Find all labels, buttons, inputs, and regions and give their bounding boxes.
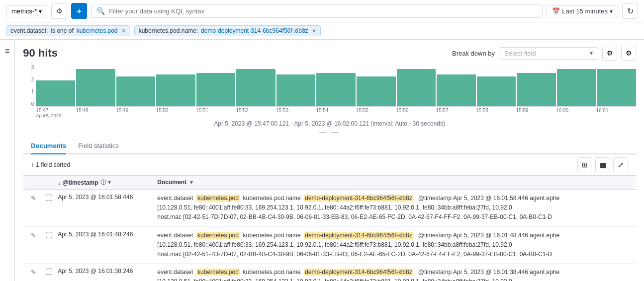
breakdown-area: Break down by Select field ▾ ⚙ ⚙: [452, 46, 636, 61]
calendar-icon: 📅: [552, 7, 560, 15]
th-timestamp[interactable]: ↓ @timestamp ⓘ ▾: [58, 179, 157, 186]
bar-14: [597, 69, 636, 106]
sort-info: ↑ 1 field sorted: [31, 161, 573, 168]
breakdown-select[interactable]: Select field ▾: [499, 47, 598, 60]
chart-divider: — —: [23, 128, 636, 136]
y-label-2: 2: [23, 77, 34, 82]
chevron-down-icon: ▾: [108, 179, 111, 186]
refresh-icon: ↻: [627, 6, 634, 16]
x-label-6: 15:53: [276, 108, 316, 118]
sort-label: 1 field sorted: [36, 161, 70, 168]
add-button[interactable]: [71, 3, 87, 19]
row-timestamp-1: Apr 5, 2023 @ 16:01:48.246: [58, 231, 157, 238]
tab-field-statistics[interactable]: Field statistics: [78, 138, 119, 154]
table-icon-buttons: ⊞ ▦ ⤢: [577, 157, 628, 172]
info-icon: ⓘ: [100, 179, 106, 186]
x-label-4: 15:51: [196, 108, 236, 118]
x-label-11: 15:58: [476, 108, 516, 118]
toolbar: metrics-* ⚙ 🔍 📅 Last 15 minutes ↻: [0, 0, 644, 22]
time-picker-label: Last 15 minutes: [562, 7, 608, 15]
table-header: ↓ @timestamp ⓘ ▾ Document ▾: [23, 176, 636, 190]
filter-field-2: kubernetes.pod.name:: [139, 27, 198, 34]
x-label-8: 15:55: [356, 108, 396, 118]
fullscreen-icon: ⤢: [618, 161, 624, 169]
chart-settings-icon[interactable]: ⚙: [602, 46, 617, 61]
chevron-down-icon: [610, 7, 613, 15]
filter-close-2[interactable]: ×: [312, 27, 316, 34]
row-check-0[interactable]: [46, 194, 58, 203]
row-check-2[interactable]: [46, 268, 58, 277]
sort-down-icon: ↓: [58, 180, 61, 186]
gear-icon: ⚙: [626, 49, 632, 57]
x-label-12: 15:59: [516, 108, 556, 118]
chart-interval-label: Apr 5, 2023 @ 15:47:00.121 - Apr 5, 2023…: [23, 120, 636, 127]
row-expand-2[interactable]: ✎: [31, 268, 46, 276]
settings-icon: ⚙: [607, 49, 613, 57]
filter-button[interactable]: ⚙: [51, 3, 67, 19]
bar-7: [316, 73, 356, 107]
time-picker[interactable]: 📅 Last 15 minutes: [547, 5, 618, 17]
y-label-0: 0: [23, 101, 34, 107]
columns-icon: ⊞: [582, 161, 588, 169]
search-bar[interactable]: 🔍: [91, 4, 543, 18]
row-timestamp-0: Apr 5, 2023 @ 16:01:58.446: [58, 194, 157, 201]
th-check: [46, 179, 58, 186]
sort-icon: ↑: [31, 161, 34, 168]
timestamp-col-label: @timestamp: [63, 179, 98, 186]
table-view-button[interactable]: ▦: [595, 157, 610, 172]
bar-3: [156, 74, 195, 106]
tab-documents[interactable]: Documents: [31, 138, 66, 154]
row-checkbox-0[interactable]: [46, 195, 52, 201]
breakdown-placeholder: Select field: [504, 50, 590, 57]
filter-op-1: is one of: [51, 27, 73, 34]
x-label-0: 15:47April 5, 2023: [36, 108, 76, 118]
collapse-icon[interactable]: ≡: [5, 47, 9, 56]
bar-1: [76, 69, 115, 106]
filter-field-1: event.dataset:: [10, 27, 48, 34]
hits-label: hits: [38, 47, 58, 60]
row-timestamp-2: Apr 5, 2023 @ 16:01:38.246: [58, 268, 157, 275]
table-icon: ▦: [600, 161, 606, 169]
th-document: Document ▾: [157, 179, 628, 186]
filter-tag-1: event.dataset: is one of kubernetes.pod …: [6, 25, 130, 36]
bar-10: [437, 74, 476, 106]
row-check-1[interactable]: [46, 231, 58, 240]
search-input[interactable]: [109, 7, 537, 15]
x-label-7: 15:54: [316, 108, 356, 118]
chevron-down-icon: ▾: [590, 50, 593, 57]
y-label-1: 1: [23, 89, 34, 94]
tabs: Documents Field statistics: [23, 138, 636, 154]
row-expand-0[interactable]: ✎: [31, 194, 46, 202]
row-document-0: event.dataset kubernetes.pod kubernetes.…: [157, 194, 628, 222]
bar-12: [517, 73, 556, 107]
row-checkbox-2[interactable]: [46, 269, 52, 275]
filter-value-1: kubernetes.pod: [77, 27, 118, 34]
columns-button[interactable]: ⊞: [577, 157, 592, 172]
x-label-10: 15:57: [436, 108, 476, 118]
main-content: ≡ 90 hits Break down by Select field ▾ ⚙: [0, 40, 644, 281]
metrics-selector[interactable]: metrics-*: [6, 5, 47, 17]
fullscreen-button[interactable]: ⤢: [613, 157, 628, 172]
row-checkbox-1[interactable]: [46, 232, 52, 238]
x-label-2: 15:49: [116, 108, 156, 118]
filter-bar: event.dataset: is one of kubernetes.pod …: [0, 22, 644, 40]
chevron-down-icon: ▾: [190, 179, 193, 185]
chart-gear-icon[interactable]: ⚙: [621, 46, 636, 61]
chevron-down-icon: [39, 7, 42, 15]
filter-value-2: demo-deployment-314-6bc964f56f-xlb8z: [201, 27, 308, 34]
refresh-button[interactable]: ↻: [622, 3, 638, 19]
bar-9: [397, 69, 436, 106]
row-expand-1[interactable]: ✎: [31, 231, 46, 239]
table-controls: ↑ 1 field sorted ⊞ ▦ ⤢: [23, 154, 636, 176]
table-body: ✎ Apr 5, 2023 @ 16:01:58.446 event.datas…: [23, 190, 636, 281]
metrics-label: metrics-*: [11, 7, 37, 15]
bar-4: [196, 73, 236, 107]
table-row: ✎ Apr 5, 2023 @ 16:01:38.246 event.datas…: [23, 264, 636, 281]
bar-5: [236, 69, 276, 106]
row-document-2: event.dataset kubernetes.pod kubernetes.…: [157, 268, 628, 281]
plus-icon: [77, 6, 82, 16]
histogram-chart: 3 2 1 0 15:47April 5, 202315:4815:4915:5…: [23, 65, 636, 119]
filter-close-1[interactable]: ×: [122, 27, 126, 34]
hits-header: 90 hits Break down by Select field ▾ ⚙ ⚙: [23, 46, 636, 61]
bar-2: [116, 76, 156, 106]
